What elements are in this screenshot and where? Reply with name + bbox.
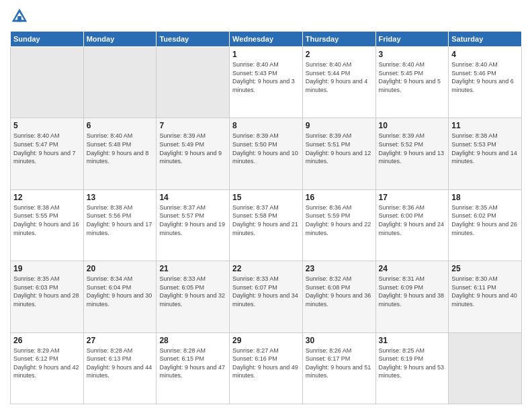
day-number: 21 <box>159 264 226 273</box>
calendar-week-3: 12Sunrise: 8:38 AM Sunset: 5:55 PM Dayli… <box>11 189 522 261</box>
calendar-cell <box>449 332 522 404</box>
day-number: 1 <box>232 50 300 59</box>
calendar-week-2: 5Sunrise: 8:40 AM Sunset: 5:47 PM Daylig… <box>11 118 522 189</box>
calendar-cell: 1Sunrise: 8:40 AM Sunset: 5:43 PM Daylig… <box>230 47 303 118</box>
calendar-cell <box>157 47 230 118</box>
calendar-week-5: 26Sunrise: 8:29 AM Sunset: 6:12 PM Dayli… <box>11 332 522 404</box>
day-info: Sunrise: 8:29 AM Sunset: 6:12 PM Dayligh… <box>13 347 81 380</box>
logo <box>10 7 30 26</box>
day-info: Sunrise: 8:40 AM Sunset: 5:44 PM Dayligh… <box>306 60 373 94</box>
calendar-cell: 24Sunrise: 8:31 AM Sunset: 6:09 PM Dayli… <box>375 261 449 332</box>
calendar-cell: 27Sunrise: 8:28 AM Sunset: 6:13 PM Dayli… <box>83 332 157 404</box>
calendar-cell: 6Sunrise: 8:40 AM Sunset: 5:48 PM Daylig… <box>83 118 157 189</box>
calendar-cell: 3Sunrise: 8:40 AM Sunset: 5:45 PM Daylig… <box>375 47 449 118</box>
logo-icon <box>10 7 29 26</box>
calendar-cell: 5Sunrise: 8:40 AM Sunset: 5:47 PM Daylig… <box>11 118 84 189</box>
weekday-header-friday: Friday <box>375 32 449 47</box>
day-info: Sunrise: 8:28 AM Sunset: 6:13 PM Dayligh… <box>87 347 154 380</box>
day-info: Sunrise: 8:30 AM Sunset: 6:11 PM Dayligh… <box>451 275 519 308</box>
day-number: 12 <box>13 193 81 202</box>
calendar-cell: 18Sunrise: 8:35 AM Sunset: 6:02 PM Dayli… <box>449 189 522 261</box>
day-number: 8 <box>232 121 300 130</box>
day-info: Sunrise: 8:40 AM Sunset: 5:45 PM Dayligh… <box>379 60 446 94</box>
day-info: Sunrise: 8:38 AM Sunset: 5:56 PM Dayligh… <box>87 203 154 237</box>
calendar-week-1: 1Sunrise: 8:40 AM Sunset: 5:43 PM Daylig… <box>11 47 522 118</box>
day-info: Sunrise: 8:33 AM Sunset: 6:05 PM Dayligh… <box>159 275 226 308</box>
calendar-cell: 29Sunrise: 8:27 AM Sunset: 6:16 PM Dayli… <box>230 332 303 404</box>
day-number: 25 <box>451 264 519 273</box>
weekday-header-row: SundayMondayTuesdayWednesdayThursdayFrid… <box>11 32 522 47</box>
calendar-cell: 20Sunrise: 8:34 AM Sunset: 6:04 PM Dayli… <box>83 261 157 332</box>
day-number: 30 <box>306 336 373 345</box>
day-info: Sunrise: 8:33 AM Sunset: 6:07 PM Dayligh… <box>232 275 300 308</box>
calendar-cell: 16Sunrise: 8:36 AM Sunset: 5:59 PM Dayli… <box>302 189 375 261</box>
header <box>10 7 522 26</box>
day-number: 19 <box>13 264 81 273</box>
calendar-cell: 4Sunrise: 8:40 AM Sunset: 5:46 PM Daylig… <box>449 47 522 118</box>
day-number: 24 <box>379 264 446 273</box>
day-number: 20 <box>87 264 154 273</box>
weekday-header-tuesday: Tuesday <box>157 32 230 47</box>
calendar-cell: 9Sunrise: 8:39 AM Sunset: 5:51 PM Daylig… <box>302 118 375 189</box>
day-info: Sunrise: 8:35 AM Sunset: 6:02 PM Dayligh… <box>451 203 519 237</box>
day-info: Sunrise: 8:37 AM Sunset: 5:58 PM Dayligh… <box>232 203 300 237</box>
calendar-cell: 31Sunrise: 8:25 AM Sunset: 6:19 PM Dayli… <box>375 332 449 404</box>
calendar-cell: 12Sunrise: 8:38 AM Sunset: 5:55 PM Dayli… <box>11 189 84 261</box>
calendar-cell: 26Sunrise: 8:29 AM Sunset: 6:12 PM Dayli… <box>11 332 84 404</box>
page: SundayMondayTuesdayWednesdayThursdayFrid… <box>0 0 532 411</box>
day-number: 2 <box>306 50 373 59</box>
day-info: Sunrise: 8:39 AM Sunset: 5:50 PM Dayligh… <box>232 132 300 165</box>
day-info: Sunrise: 8:31 AM Sunset: 6:09 PM Dayligh… <box>379 275 446 308</box>
calendar-header: SundayMondayTuesdayWednesdayThursdayFrid… <box>11 32 522 47</box>
weekday-header-monday: Monday <box>83 32 157 47</box>
calendar-cell: 10Sunrise: 8:39 AM Sunset: 5:52 PM Dayli… <box>375 118 449 189</box>
day-number: 5 <box>13 121 81 130</box>
calendar-cell: 17Sunrise: 8:36 AM Sunset: 6:00 PM Dayli… <box>375 189 449 261</box>
day-info: Sunrise: 8:40 AM Sunset: 5:48 PM Dayligh… <box>87 132 154 165</box>
calendar-table: SundayMondayTuesdayWednesdayThursdayFrid… <box>10 31 522 404</box>
calendar-cell: 28Sunrise: 8:28 AM Sunset: 6:15 PM Dayli… <box>157 332 230 404</box>
day-info: Sunrise: 8:38 AM Sunset: 5:53 PM Dayligh… <box>451 132 519 165</box>
calendar-cell <box>83 47 157 118</box>
day-number: 31 <box>379 336 446 345</box>
calendar-cell: 21Sunrise: 8:33 AM Sunset: 6:05 PM Dayli… <box>157 261 230 332</box>
day-number: 14 <box>159 193 226 202</box>
calendar-week-4: 19Sunrise: 8:35 AM Sunset: 6:03 PM Dayli… <box>11 261 522 332</box>
day-number: 11 <box>451 121 519 130</box>
calendar-cell: 23Sunrise: 8:32 AM Sunset: 6:08 PM Dayli… <box>302 261 375 332</box>
calendar-cell <box>11 47 84 118</box>
day-number: 6 <box>87 121 154 130</box>
calendar-cell: 30Sunrise: 8:26 AM Sunset: 6:17 PM Dayli… <box>302 332 375 404</box>
day-info: Sunrise: 8:28 AM Sunset: 6:15 PM Dayligh… <box>159 347 226 380</box>
calendar-cell: 11Sunrise: 8:38 AM Sunset: 5:53 PM Dayli… <box>449 118 522 189</box>
day-number: 29 <box>232 336 300 345</box>
day-number: 18 <box>451 193 519 202</box>
calendar-cell: 19Sunrise: 8:35 AM Sunset: 6:03 PM Dayli… <box>11 261 84 332</box>
day-number: 9 <box>306 121 373 130</box>
day-info: Sunrise: 8:39 AM Sunset: 5:51 PM Dayligh… <box>306 132 373 165</box>
day-number: 13 <box>87 193 154 202</box>
weekday-header-sunday: Sunday <box>11 32 84 47</box>
day-number: 23 <box>306 264 373 273</box>
day-number: 3 <box>379 50 446 59</box>
day-info: Sunrise: 8:26 AM Sunset: 6:17 PM Dayligh… <box>306 347 373 380</box>
calendar-cell: 2Sunrise: 8:40 AM Sunset: 5:44 PM Daylig… <box>302 47 375 118</box>
day-info: Sunrise: 8:27 AM Sunset: 6:16 PM Dayligh… <box>232 347 300 380</box>
day-number: 4 <box>451 50 519 59</box>
day-number: 28 <box>159 336 226 345</box>
day-info: Sunrise: 8:34 AM Sunset: 6:04 PM Dayligh… <box>87 275 154 308</box>
day-number: 16 <box>306 193 373 202</box>
day-info: Sunrise: 8:36 AM Sunset: 5:59 PM Dayligh… <box>306 203 373 237</box>
day-number: 15 <box>232 193 300 202</box>
weekday-header-thursday: Thursday <box>302 32 375 47</box>
day-info: Sunrise: 8:38 AM Sunset: 5:55 PM Dayligh… <box>13 203 81 237</box>
day-number: 27 <box>87 336 154 345</box>
calendar-cell: 8Sunrise: 8:39 AM Sunset: 5:50 PM Daylig… <box>230 118 303 189</box>
day-number: 7 <box>159 121 226 130</box>
calendar-cell: 14Sunrise: 8:37 AM Sunset: 5:57 PM Dayli… <box>157 189 230 261</box>
day-number: 26 <box>13 336 81 345</box>
calendar-body: 1Sunrise: 8:40 AM Sunset: 5:43 PM Daylig… <box>11 47 522 404</box>
weekday-header-wednesday: Wednesday <box>230 32 303 47</box>
day-info: Sunrise: 8:37 AM Sunset: 5:57 PM Dayligh… <box>159 203 226 237</box>
day-info: Sunrise: 8:40 AM Sunset: 5:46 PM Dayligh… <box>451 60 519 94</box>
